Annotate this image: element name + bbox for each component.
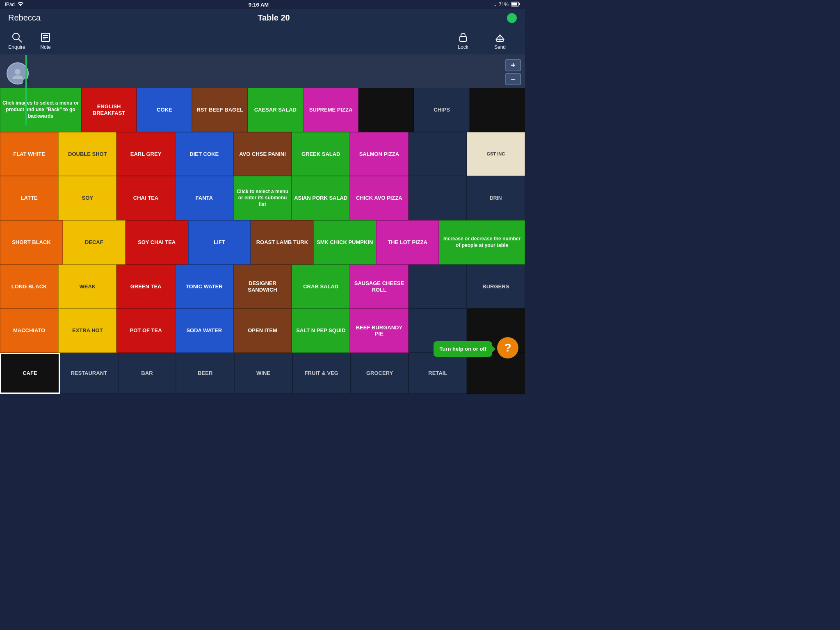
status-indicator: [507, 13, 517, 23]
toolbar-right: Lock Send: [453, 32, 518, 50]
svg-rect-2: [512, 2, 517, 5]
menu-item-flat-white[interactable]: FLAT WHITE: [0, 132, 58, 176]
send-button[interactable]: Send: [490, 32, 510, 50]
menu-item-long-black[interactable]: LONG BLACK: [0, 265, 58, 309]
menu-row-2: LATTE SOY CHAI TEA FANTA Click to select…: [0, 176, 525, 220]
menu-item-fanta[interactable]: FANTA: [175, 176, 233, 220]
empty-cell-2-7: [409, 176, 467, 220]
nav-restaurant[interactable]: RESTAURANT: [60, 353, 118, 394]
menu-item-salmon-pizza[interactable]: SALMON PIZZA: [350, 132, 408, 176]
menu-item-open-item[interactable]: OPEN ITEM: [233, 308, 292, 353]
green-line-indicator: [25, 55, 27, 125]
menu-item-extra-hot[interactable]: EXTRA HOT: [58, 308, 116, 353]
send-label: Send: [494, 44, 506, 50]
enquire-button[interactable]: Enquire: [7, 32, 27, 50]
menu-item-roast-lamb-turk[interactable]: ROAST LAMB TURK: [251, 220, 313, 265]
menu-item-smk-chick-pumpkin[interactable]: SMK CHICK PUMPKIN: [313, 220, 376, 265]
menu-item-crab-salad[interactable]: CRAB SALAD: [292, 265, 350, 309]
empty-cell-0-6: [358, 88, 414, 132]
menu-item-greek-salad[interactable]: GREEK SALAD: [292, 132, 350, 176]
wifi-icon: [17, 2, 24, 8]
nav-beer[interactable]: BEER: [176, 353, 234, 394]
lock-label: Lock: [458, 44, 468, 50]
menu-item-sausage-cheese-roll[interactable]: SAUSAGE CHEESE ROLL: [350, 265, 408, 309]
guest-area: 1 + −: [0, 55, 525, 88]
toolbar: Enquire Note Lock Send: [0, 27, 525, 55]
menu-item-green-tea[interactable]: GREEN TEA: [116, 265, 175, 309]
enquire-label: Enquire: [8, 44, 25, 50]
note-label: Note: [40, 44, 50, 50]
decrease-guests-button[interactable]: −: [505, 73, 521, 85]
tooltip-instructions: Click images to select a menu or product…: [0, 88, 81, 132]
empty-cell-4-7: [409, 265, 467, 309]
menu-item-rst-beef-bagel[interactable]: RST BEEF BAGEL: [192, 88, 247, 132]
menu-item-caesar-salad[interactable]: CAESAR SALAD: [248, 88, 303, 132]
navigation-row: CAFE RESTAURANT BAR BEER WINE FRUIT & VE…: [0, 353, 525, 394]
menu-item-designer-sandwich[interactable]: DESIGNER SANDWICH: [233, 265, 292, 309]
menu-item-gst-inc[interactable]: GST INC: [467, 132, 525, 176]
tooltip-submenu: Click to select a menu or enter its subm…: [233, 176, 292, 220]
menu-item-beef-burgandy-pie[interactable]: BEEF BURGANDY PIE: [350, 308, 408, 353]
svg-line-4: [18, 39, 22, 42]
status-time: 9:16 AM: [249, 2, 269, 8]
guest-count-controls: + −: [505, 59, 521, 85]
menu-item-chips[interactable]: CHIPS: [414, 88, 469, 132]
menu-item-avo-chse-panini[interactable]: AVO CHSE PANINI: [233, 132, 292, 176]
menu-item-the-lot-pizza[interactable]: THE LOT PIZZA: [376, 220, 439, 265]
svg-rect-1: [519, 3, 520, 5]
menu-item-soy[interactable]: SOY: [58, 176, 116, 220]
device-label: iPad: [5, 2, 15, 7]
nav-cafe[interactable]: CAFE: [0, 353, 60, 394]
nav-wine[interactable]: WINE: [234, 353, 292, 394]
menu-category-drinks[interactable]: DRIN: [467, 176, 525, 220]
status-right: ᴗ 71%: [493, 2, 520, 8]
menu-item-tonic-water[interactable]: TONIC WATER: [175, 265, 233, 309]
lock-button[interactable]: Lock: [453, 32, 473, 50]
bluetooth-icon: ᴗ: [493, 2, 496, 7]
status-bar: iPad 9:16 AM ᴗ 71%: [0, 0, 525, 9]
menu-item-lift[interactable]: LIFT: [188, 220, 251, 265]
menu-item-earl-grey[interactable]: EARL GREY: [116, 132, 175, 176]
battery-icon: [511, 2, 520, 8]
menu-row-0: Click images to select a menu or product…: [0, 88, 525, 132]
empty-cell-1-7: [409, 132, 467, 176]
menu-item-soy-chai-tea[interactable]: SOY CHAI TEA: [126, 220, 188, 265]
menu-item-english-breakfast[interactable]: ENGLISH BREAKFAST: [81, 88, 137, 132]
menu-item-coke[interactable]: COKE: [137, 88, 192, 132]
tooltip-help: Turn help on or off: [434, 341, 492, 357]
menu-row-1: FLAT WHITE DOUBLE SHOT EARL GREY DIET CO…: [0, 132, 525, 176]
menu-item-chick-avo-pizza[interactable]: CHICK AVO PIZZA: [350, 176, 408, 220]
menu-item-double-shot[interactable]: DOUBLE SHOT: [58, 132, 116, 176]
tooltip-guests: Increase or decrease the number of peopl…: [439, 220, 525, 265]
menu-item-weak[interactable]: WEAK: [58, 265, 116, 309]
note-button[interactable]: Note: [35, 32, 56, 50]
nav-grocery[interactable]: GROCERY: [351, 353, 409, 394]
menu-item-latte[interactable]: LATTE: [0, 176, 58, 220]
nav-fruit-veg[interactable]: FRUIT & VEG: [292, 353, 351, 394]
battery-label: 71%: [499, 2, 509, 7]
empty-cell-0-8: [470, 88, 525, 132]
svg-point-12: [15, 69, 21, 75]
menu-row-4: LONG BLACK WEAK GREEN TEA TONIC WATER DE…: [0, 265, 525, 309]
title-bar: Rebecca Table 20: [0, 9, 525, 27]
menu-item-short-black[interactable]: SHORT BLACK: [0, 220, 63, 265]
user-name: Rebecca: [8, 13, 41, 23]
menu-item-pot-of-tea[interactable]: POT OF TEA: [116, 308, 175, 353]
menu-row-3: SHORT BLACK DECAF SOY CHAI TEA LIFT ROAS…: [0, 220, 525, 265]
menu-item-chai-tea[interactable]: CHAI TEA: [116, 176, 175, 220]
svg-point-3: [13, 33, 19, 40]
help-button[interactable]: ?: [497, 337, 518, 358]
increase-guests-button[interactable]: +: [505, 59, 521, 71]
menu-category-burgers[interactable]: BURGERS: [467, 265, 525, 309]
nav-bar[interactable]: BAR: [118, 353, 176, 394]
menu-item-supreme-pizza[interactable]: SUPREME PIZZA: [303, 88, 358, 132]
nav-retail[interactable]: RETAIL: [409, 353, 467, 394]
menu-item-salt-n-pep-squid[interactable]: SALT N PEP SQUID: [292, 308, 350, 353]
nav-empty: [467, 353, 525, 394]
menu-item-asian-pork-salad[interactable]: ASIAN PORK SALAD: [292, 176, 350, 220]
menu-item-decaf[interactable]: DECAF: [63, 220, 126, 265]
menu-item-diet-coke[interactable]: DIET COKE: [175, 132, 233, 176]
table-name: Table 20: [258, 13, 290, 23]
menu-item-macchiato[interactable]: MACCHIATO: [0, 308, 58, 353]
menu-item-soda-water[interactable]: SODA WATER: [175, 308, 233, 353]
